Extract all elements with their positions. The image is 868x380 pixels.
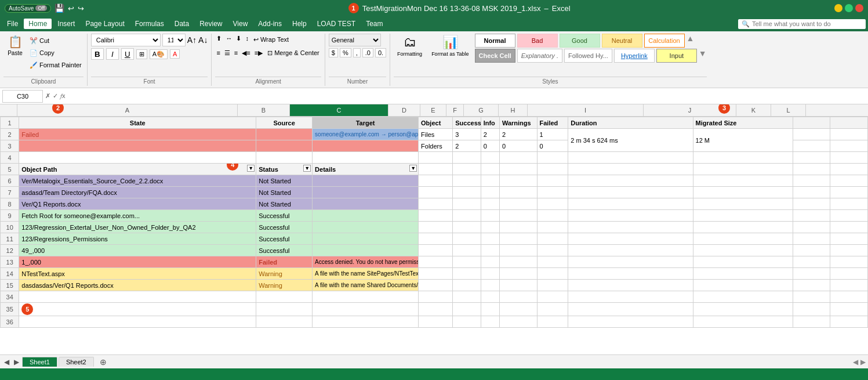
cell-c2[interactable]: someone@example.com → person@appdevsite.… [313, 129, 419, 140]
cell-k8[interactable] [793, 198, 830, 210]
decrease-indent-button[interactable]: ◀≡ [241, 48, 251, 58]
cell-l12[interactable] [830, 245, 868, 256]
cell-k15[interactable] [793, 280, 830, 291]
cell-c8[interactable] [313, 198, 419, 210]
cell-k9[interactable] [793, 210, 830, 222]
cell-k36[interactable] [793, 316, 830, 328]
cell-h8[interactable] [537, 198, 568, 210]
style-bad[interactable]: Bad [517, 34, 558, 48]
align-middle-button[interactable]: ↔ [224, 34, 233, 45]
cell-e11[interactable] [453, 233, 481, 245]
cell-l9[interactable] [830, 210, 868, 222]
cell-j5[interactable] [693, 164, 793, 175]
cell-a34[interactable] [19, 291, 256, 303]
cell-f35[interactable] [481, 303, 499, 316]
cell-j13[interactable] [693, 256, 793, 268]
cell-e8[interactable] [453, 198, 481, 210]
bold-button[interactable]: B [91, 48, 104, 60]
cell-a9[interactable]: Fetch Root for someone@example.com... [19, 210, 256, 222]
col-header-l[interactable]: L [771, 104, 806, 116]
filter-c5[interactable]: ▼ [409, 165, 417, 172]
search-box[interactable]: 🔍 [738, 19, 866, 29]
cell-a3[interactable] [19, 140, 256, 152]
decrease-decimal-button[interactable]: 0. [375, 48, 386, 57]
cell-a12[interactable]: 49_,000 [19, 245, 256, 256]
cell-b4[interactable] [256, 152, 313, 164]
cell-h36[interactable] [537, 316, 568, 328]
font-color-button[interactable]: A [170, 49, 180, 59]
autosave-toggle[interactable]: AutoSave Off [5, 4, 51, 13]
cell-f2[interactable]: 2 [481, 129, 499, 140]
style-good[interactable]: Good [560, 34, 600, 48]
cell-b14[interactable]: Warning [256, 268, 313, 280]
cell-l2[interactable] [830, 129, 868, 140]
cell-b35[interactable] [256, 303, 313, 316]
cell-a5[interactable]: Object Path 4 ▼ [19, 164, 256, 175]
cell-d3[interactable]: Folders [419, 140, 453, 152]
cell-e9[interactable] [453, 210, 481, 222]
cell-g35[interactable] [499, 303, 537, 316]
cell-k35[interactable] [793, 303, 830, 316]
cell-d36[interactable] [419, 316, 453, 328]
cell-j11[interactable] [693, 233, 793, 245]
cell-k5[interactable] [793, 164, 830, 175]
col-header-j[interactable]: J 3 [644, 104, 736, 116]
cell-j35[interactable] [693, 303, 793, 316]
font-size-selector[interactable]: 11 [162, 34, 186, 46]
cell-f3[interactable]: 0 [481, 140, 499, 152]
cell-e12[interactable] [453, 245, 481, 256]
cell-a7[interactable]: asdasd/Team Directory/FQA.docx [19, 187, 256, 198]
cell-e13[interactable] [453, 256, 481, 268]
cell-c36[interactable] [313, 316, 419, 328]
increase-indent-button[interactable]: ≡▶ [253, 48, 264, 58]
cell-g2[interactable]: 2 [499, 129, 537, 140]
decrease-font-button[interactable]: A↓ [198, 35, 208, 45]
undo-icon[interactable]: ↩ [68, 4, 74, 13]
cell-l34[interactable] [830, 291, 868, 303]
cell-d12[interactable] [419, 245, 453, 256]
cell-k34[interactable] [793, 291, 830, 303]
cell-h10[interactable] [537, 222, 568, 233]
comma-button[interactable]: % [340, 48, 351, 57]
cell-g8[interactable] [499, 198, 537, 210]
cell-j9[interactable] [693, 210, 793, 222]
cell-h14[interactable] [537, 268, 568, 280]
cell-b5[interactable]: Status ▼ [256, 164, 313, 175]
cell-d7[interactable] [419, 187, 453, 198]
styles-scroll-down[interactable]: ▼ [699, 49, 707, 63]
cell-d14[interactable] [419, 268, 453, 280]
cell-e5[interactable] [453, 164, 481, 175]
cell-g10[interactable] [499, 222, 537, 233]
cell-h35[interactable] [537, 303, 568, 316]
cell-f15[interactable] [481, 280, 499, 291]
cell-b8[interactable]: Not Started [256, 198, 313, 210]
minimize-button[interactable] [834, 4, 842, 12]
underline-button[interactable]: U [121, 48, 134, 60]
menu-view[interactable]: View [228, 19, 253, 29]
filter-a5[interactable]: ▼ [247, 165, 255, 172]
menu-page-layout[interactable]: Page Layout [81, 19, 129, 29]
cell-h9[interactable] [537, 210, 568, 222]
cell-i15[interactable] [568, 280, 693, 291]
cell-g9[interactable] [499, 210, 537, 222]
cell-j34[interactable] [693, 291, 793, 303]
formula-check-button[interactable]: ✗ [45, 92, 50, 100]
italic-button[interactable]: I [106, 48, 119, 60]
scroll-left-icon[interactable]: ◀ [853, 358, 858, 366]
cell-i10[interactable] [568, 222, 693, 233]
menu-load-test[interactable]: LOAD TEST [313, 19, 360, 29]
cell-b13[interactable]: Failed [256, 256, 313, 268]
cell-g5[interactable] [499, 164, 537, 175]
scroll-sheets-right[interactable]: ▶ [12, 358, 21, 366]
cell-f4[interactable] [481, 152, 499, 164]
cell-k11[interactable] [793, 233, 830, 245]
align-right-button[interactable]: ≡ [233, 48, 239, 57]
cell-f9[interactable] [481, 210, 499, 222]
cell-j8[interactable] [693, 198, 793, 210]
cell-k7[interactable] [793, 187, 830, 198]
cell-h12[interactable] [537, 245, 568, 256]
scroll-sheets-left[interactable]: ◀ [2, 358, 11, 366]
font-name-selector[interactable]: Calibri [91, 34, 161, 46]
cell-d11[interactable] [419, 233, 453, 245]
cell-i9[interactable] [568, 210, 693, 222]
